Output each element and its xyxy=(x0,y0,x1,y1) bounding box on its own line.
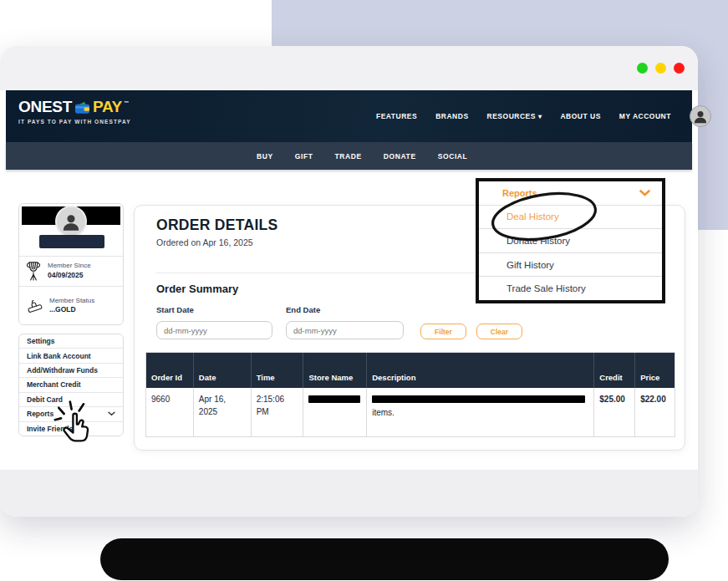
profile-card: Member Since 04/09/2025 Member Status ..… xyxy=(18,203,124,325)
avatar-icon[interactable] xyxy=(690,105,711,127)
nav-item-features[interactable]: FEATURES xyxy=(376,112,417,120)
caret-down-icon: ▾ xyxy=(538,113,542,120)
wallet-icon xyxy=(74,100,91,115)
logo-tagline: IT PAYS TO PAY WITH ONESTPAY xyxy=(18,119,131,125)
start-date-field[interactable] xyxy=(164,326,274,335)
menu-item-donate-history[interactable]: Donate History xyxy=(479,229,662,253)
member-since-label: Member Since xyxy=(48,261,91,270)
cell-time: 2:15:06 PM xyxy=(252,388,304,436)
chevron-down-icon xyxy=(639,190,650,196)
sidebar-item-settings[interactable]: Settings xyxy=(19,334,123,349)
subnav-item-buy[interactable]: BUY xyxy=(257,152,273,161)
award-icon xyxy=(24,260,43,282)
profile-avatar-icon xyxy=(55,206,87,237)
window-dot-red xyxy=(674,63,685,74)
header-price: Price xyxy=(635,353,675,388)
start-date-label: Start Date xyxy=(156,305,194,314)
logo-tm: ™ xyxy=(124,100,129,105)
description-redaction xyxy=(372,395,585,403)
nav-menu: FEATURES BRANDS RESOURCES ▾ ABOUT US MY … xyxy=(376,90,711,142)
chevron-down-icon xyxy=(108,411,115,416)
sidebar-item-merchant-credit[interactable]: Merchant Credit xyxy=(19,378,123,392)
nav-item-brands[interactable]: BRANDS xyxy=(435,112,468,120)
click-hand-icon xyxy=(53,399,99,444)
header-time: Time xyxy=(252,353,304,388)
menu-item-deal-history[interactable]: Deal History xyxy=(479,206,662,230)
nav-item-resources[interactable]: RESOURCES ▾ xyxy=(487,112,542,120)
cell-description: items. xyxy=(367,388,594,436)
nav-item-about-us[interactable]: ABOUT US xyxy=(560,112,600,120)
subnav-item-social[interactable]: SOCIAL xyxy=(438,152,468,161)
cell-date: Apr 16, 2025 xyxy=(194,388,252,436)
description-visible-text: items. xyxy=(372,407,588,420)
stamp-icon xyxy=(24,298,44,314)
table-row: 9660 Apr 16, 2025 2:15:06 PM items. $25.… xyxy=(146,388,675,436)
start-date-input[interactable] xyxy=(156,321,272,339)
cell-order-id: 9660 xyxy=(146,388,194,436)
subnav-item-gift[interactable]: GIFT xyxy=(295,152,313,161)
member-name-redaction xyxy=(39,235,104,248)
page-title: ORDER DETAILS xyxy=(156,217,278,234)
end-date-input[interactable] xyxy=(286,321,404,339)
window-titlebar xyxy=(0,46,698,90)
member-status-label: Member Status xyxy=(49,296,94,305)
window-controls xyxy=(637,63,685,74)
sub-navbar: BUY GIFT TRADE DONATE SOCIAL xyxy=(6,142,692,170)
caption-redaction-bar xyxy=(100,538,669,580)
header-date: Date xyxy=(194,353,252,388)
table-header-row: Order Id Date Time Store Name Descriptio… xyxy=(146,353,675,388)
sidebar-item-link-bank-account[interactable]: Link Bank Account xyxy=(19,349,123,363)
header-credit: Credit xyxy=(594,353,635,388)
reports-dropdown-header[interactable]: Reports xyxy=(479,181,662,206)
subnav-item-trade[interactable]: TRADE xyxy=(335,152,362,161)
subnav-item-donate[interactable]: DONATE xyxy=(384,152,416,161)
orders-table: Order Id Date Time Store Name Descriptio… xyxy=(145,352,675,437)
menu-item-gift-history[interactable]: Gift History xyxy=(479,253,662,278)
menu-item-trade-sale-history[interactable]: Trade Sale History xyxy=(479,277,662,300)
top-navbar: ONEST PAY ™ IT PAYS TO PAY WITH ONESTPAY… xyxy=(6,90,692,142)
window-dot-green xyxy=(637,63,648,74)
member-status-row: Member Status ...GOLD xyxy=(19,286,123,325)
nav-item-my-account[interactable]: MY ACCOUNT xyxy=(619,112,671,120)
header-description: Description xyxy=(367,353,594,388)
order-summary-title: Order Summary xyxy=(156,283,238,295)
end-date-label: End Date xyxy=(286,305,320,314)
end-date-field[interactable] xyxy=(293,326,404,335)
store-name-redaction xyxy=(308,395,360,403)
reports-dropdown: Reports Deal History Donate History Gift… xyxy=(476,178,665,303)
onestopay-logo[interactable]: ONEST PAY ™ IT PAYS TO PAY WITH ONESTPAY xyxy=(18,98,131,125)
header-order-id: Order Id xyxy=(146,353,194,388)
member-since-row: Member Since 04/09/2025 xyxy=(19,256,123,286)
logo-text-pay: PAY xyxy=(93,98,122,116)
cell-credit: $25.00 xyxy=(594,388,635,436)
header-store-name: Store Name xyxy=(303,353,367,388)
member-status-value: ...GOLD xyxy=(49,305,94,315)
filter-button[interactable]: Filter xyxy=(420,324,466,339)
page: ONEST PAY ™ IT PAYS TO PAY WITH ONESTPAY… xyxy=(0,0,728,581)
member-since-value: 04/09/2025 xyxy=(48,271,91,281)
logo-text-onest: ONEST xyxy=(18,98,72,116)
cell-price: $22.00 xyxy=(635,388,675,436)
sidebar-item-add-withdraw-funds[interactable]: Add/Withdraw Funds xyxy=(19,364,123,378)
clear-button[interactable]: Clear xyxy=(476,324,522,339)
cell-store-name xyxy=(303,388,367,436)
window-dot-yellow xyxy=(655,63,666,74)
order-date-subtitle: Ordered on Apr 16, 2025 xyxy=(156,237,253,247)
window-footer-strip xyxy=(0,470,698,517)
